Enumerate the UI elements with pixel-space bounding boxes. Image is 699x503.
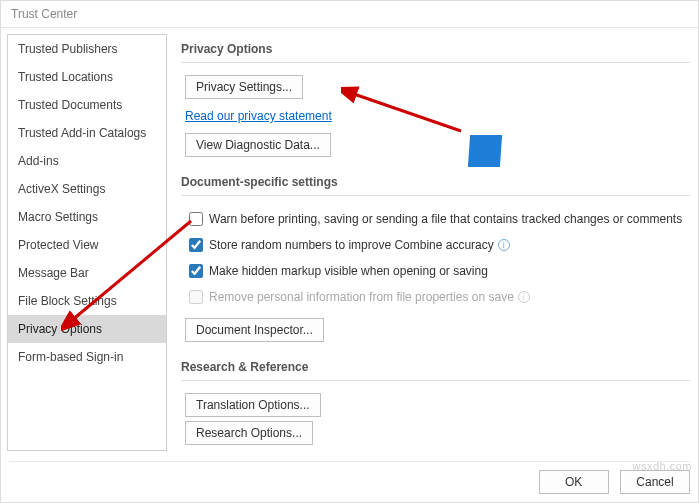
checkbox-hidden-markup[interactable]: Make hidden markup visible when opening … bbox=[185, 258, 690, 284]
section-body-research: Translation Options... Research Options.… bbox=[181, 380, 690, 455]
watermark: wsxdh.com bbox=[632, 460, 692, 472]
sidebar-item-privacy-options[interactable]: Privacy Options bbox=[8, 315, 166, 343]
checkbox-input-random[interactable] bbox=[189, 238, 203, 252]
checkbox-label-personal: Remove personal information from file pr… bbox=[209, 290, 514, 304]
checkbox-input-markup[interactable] bbox=[189, 264, 203, 278]
checkbox-label-warn: Warn before printing, saving or sending … bbox=[209, 212, 682, 226]
section-body-privacy: Privacy Settings... Read our privacy sta… bbox=[181, 62, 690, 167]
dialog-footer: OK Cancel bbox=[9, 461, 690, 496]
trust-center-dialog: Trust Center Trusted Publishers Trusted … bbox=[0, 0, 699, 503]
privacy-settings-button[interactable]: Privacy Settings... bbox=[185, 75, 303, 99]
privacy-statement-link[interactable]: Read our privacy statement bbox=[185, 109, 332, 123]
section-heading-privacy: Privacy Options bbox=[181, 34, 690, 62]
checkbox-label-random: Store random numbers to improve Combine … bbox=[209, 238, 494, 252]
sidebar-item-macro-settings[interactable]: Macro Settings bbox=[8, 203, 166, 231]
sidebar-item-addins[interactable]: Add-ins bbox=[8, 147, 166, 175]
dialog-title: Trust Center bbox=[1, 1, 698, 27]
cancel-button[interactable]: Cancel bbox=[620, 470, 690, 494]
sidebar-item-trusted-publishers[interactable]: Trusted Publishers bbox=[8, 35, 166, 63]
translation-options-button[interactable]: Translation Options... bbox=[185, 393, 321, 417]
sidebar-item-message-bar[interactable]: Message Bar bbox=[8, 259, 166, 287]
checkbox-warn-before-printing[interactable]: Warn before printing, saving or sending … bbox=[185, 206, 690, 232]
sidebar-item-form-based-signin[interactable]: Form-based Sign-in bbox=[8, 343, 166, 371]
main-panel: Privacy Options Privacy Settings... Read… bbox=[171, 28, 698, 457]
checkbox-remove-personal-info: Remove personal information from file pr… bbox=[185, 284, 690, 310]
dialog-content: Trusted Publishers Trusted Locations Tru… bbox=[1, 27, 698, 457]
blue-square-icon bbox=[468, 135, 502, 167]
sidebar-item-activex-settings[interactable]: ActiveX Settings bbox=[8, 175, 166, 203]
sidebar-item-trusted-locations[interactable]: Trusted Locations bbox=[8, 63, 166, 91]
research-options-button[interactable]: Research Options... bbox=[185, 421, 313, 445]
checkbox-label-markup: Make hidden markup visible when opening … bbox=[209, 264, 488, 278]
sidebar-item-protected-view[interactable]: Protected View bbox=[8, 231, 166, 259]
sidebar: Trusted Publishers Trusted Locations Tru… bbox=[7, 34, 167, 451]
checkbox-store-random-numbers[interactable]: Store random numbers to improve Combine … bbox=[185, 232, 690, 258]
ok-button[interactable]: OK bbox=[539, 470, 609, 494]
view-diagnostic-data-button[interactable]: View Diagnostic Data... bbox=[185, 133, 331, 157]
sidebar-item-trusted-addin-catalogs[interactable]: Trusted Add-in Catalogs bbox=[8, 119, 166, 147]
checkbox-input-personal bbox=[189, 290, 203, 304]
section-body-document: Warn before printing, saving or sending … bbox=[181, 195, 690, 352]
checkbox-input-warn[interactable] bbox=[189, 212, 203, 226]
info-icon: i bbox=[518, 291, 530, 303]
section-heading-research: Research & Reference bbox=[181, 352, 690, 380]
sidebar-item-trusted-documents[interactable]: Trusted Documents bbox=[8, 91, 166, 119]
document-inspector-button[interactable]: Document Inspector... bbox=[185, 318, 324, 342]
info-icon[interactable]: i bbox=[498, 239, 510, 251]
section-heading-document: Document-specific settings bbox=[181, 167, 690, 195]
sidebar-item-file-block-settings[interactable]: File Block Settings bbox=[8, 287, 166, 315]
